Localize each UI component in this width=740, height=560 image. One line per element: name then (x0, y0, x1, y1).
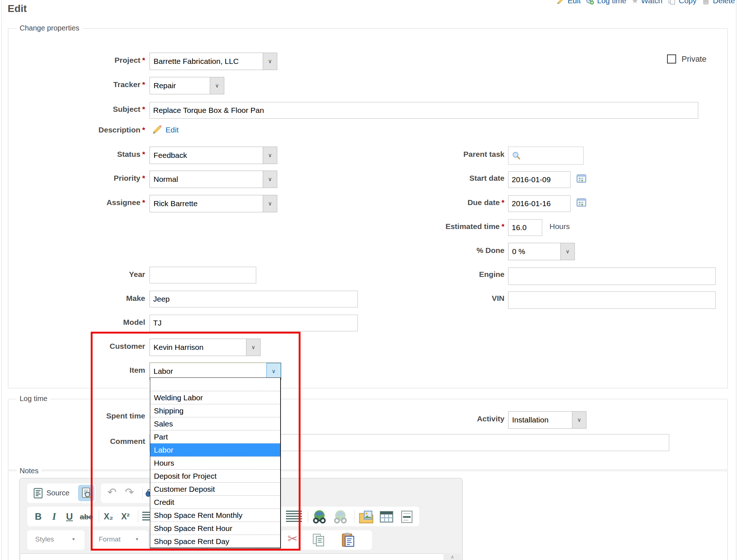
pencil-icon (556, 0, 565, 5)
description-edit-link[interactable]: Edit (165, 126, 179, 134)
undo-icon[interactable]: ↶ (107, 486, 116, 498)
page-title: Edit (8, 3, 27, 15)
start-date-label: Start date (359, 174, 504, 183)
parent-task-input[interactable] (508, 147, 584, 165)
chevron-down-icon[interactable]: ∨ (263, 147, 277, 164)
assignee-label: Assignee* (22, 198, 145, 207)
strikethrough-button[interactable]: abc (80, 512, 93, 521)
model-input[interactable] (150, 315, 358, 331)
year-label: Year (22, 270, 145, 279)
copy-link[interactable]: Copy (667, 0, 696, 5)
bold-button[interactable]: B (35, 511, 42, 522)
subject-input[interactable] (150, 102, 698, 119)
vin-input[interactable] (508, 291, 716, 309)
watch-link[interactable]: ★ Watch (631, 0, 662, 5)
private-checkbox[interactable] (667, 54, 676, 64)
parent-task-label: Parent task (359, 150, 504, 159)
scroll-up-icon[interactable]: ∧ (443, 553, 461, 560)
redo-icon[interactable]: ↷ (125, 486, 134, 498)
engine-input[interactable] (508, 267, 716, 285)
activity-select[interactable]: Installation ∨ (508, 411, 586, 429)
change-properties-legend: Change properties (17, 24, 82, 32)
contextual-toolbar: Edit Log time ★ Watch Copy Delete (556, 0, 735, 6)
item-option-customer-deposit[interactable]: Customer Deposit (150, 483, 280, 496)
item-option-shipping[interactable]: Shipping (150, 404, 280, 417)
italic-button[interactable]: I (52, 511, 56, 522)
item-option-sales[interactable]: Sales (150, 417, 280, 430)
link-icon[interactable] (311, 509, 327, 524)
customer-select-value: Kevin Harrison (150, 339, 246, 356)
estimated-time-label: Estimated time* (359, 222, 504, 231)
item-option-credit[interactable]: Credit (150, 496, 280, 509)
chevron-down-icon[interactable]: ∨ (263, 195, 277, 212)
paste-clipboard-icon[interactable] (340, 532, 356, 547)
tracker-select-value: Repair (150, 77, 210, 94)
required-asterisk: * (500, 198, 504, 207)
edit-link[interactable]: Edit (556, 0, 581, 5)
item-option-part[interactable]: Part (150, 430, 280, 443)
status-select[interactable]: Feedback ∨ (150, 147, 277, 164)
underline-button[interactable]: U (66, 511, 73, 522)
due-date-input[interactable] (508, 195, 571, 212)
item-option-blank[interactable] (150, 378, 280, 391)
chevron-down-icon[interactable]: ∨ (210, 77, 224, 94)
item-option-shop-space-rent-day[interactable]: Shop Space Rent Day (150, 535, 280, 548)
item-option-labor[interactable]: Labor (150, 443, 280, 457)
item-option-shop-space-rent-hour[interactable]: Shop Space Rent Hour (150, 522, 280, 535)
chevron-down-icon[interactable]: ∨ (572, 412, 586, 428)
make-input[interactable] (150, 291, 358, 307)
assignee-select-value: Rick Barrette (150, 195, 263, 212)
chevron-down-icon[interactable]: ∨ (246, 339, 260, 356)
customer-select[interactable]: Kevin Harrison ∨ (150, 339, 261, 356)
percent-done-label: % Done (359, 246, 504, 255)
item-option-deposit-for-project[interactable]: Deposit for Project (150, 470, 280, 483)
chevron-down-icon[interactable]: ∨ (263, 53, 277, 70)
toolbar-divider (308, 510, 308, 523)
chevron-down-icon[interactable]: ∨ (263, 171, 277, 188)
format-combo[interactable]: Format ▾ (91, 530, 148, 550)
activity-select-value: Installation (508, 412, 572, 428)
editor-content-area[interactable] (21, 553, 461, 560)
cut-icon[interactable]: ✂ (287, 531, 298, 546)
make-label: Make (22, 294, 145, 303)
required-asterisk: * (140, 174, 145, 182)
item-option-shop-space-rent-monthly[interactable]: Shop Space Rent Monthly (150, 509, 280, 522)
comment-label: Comment (22, 437, 145, 446)
preview-button[interactable] (78, 485, 94, 501)
year-input[interactable] (150, 267, 256, 283)
spent-time-label: Spent time (22, 412, 145, 420)
percent-done-select[interactable]: 0 % ∨ (508, 243, 575, 260)
required-asterisk: * (140, 126, 145, 134)
subject-label: Subject* (22, 105, 145, 114)
blockquote-icon[interactable] (286, 511, 302, 523)
item-label: Item (22, 366, 145, 375)
calendar-icon[interactable] (576, 173, 586, 183)
insert-image-icon[interactable] (359, 510, 374, 524)
tracker-select[interactable]: Repair ∨ (150, 77, 224, 94)
required-asterisk: * (140, 150, 145, 158)
horizontal-rule-icon[interactable] (399, 510, 414, 524)
project-select[interactable]: Barrette Fabrication, LLC ∨ (150, 53, 277, 70)
source-button[interactable]: Source (46, 489, 69, 497)
copy-document-icon[interactable] (311, 533, 326, 547)
content-left-border (1, 0, 2, 560)
subscript-button[interactable]: X₂ (104, 512, 113, 522)
calendar-icon[interactable] (576, 197, 586, 207)
log-time-link[interactable]: Log time (586, 0, 626, 5)
content-right-border (736, 0, 736, 560)
watch-link-label: Watch (641, 0, 663, 5)
estimated-time-input[interactable] (508, 219, 542, 236)
item-option-hours[interactable]: Hours (150, 457, 280, 470)
insert-table-icon[interactable] (379, 510, 394, 524)
start-date-input[interactable] (508, 171, 571, 188)
chevron-down-icon[interactable]: ∨ (560, 243, 575, 260)
styles-combo[interactable]: Styles ▾ (27, 530, 85, 550)
required-asterisk: * (140, 198, 145, 207)
unlink-icon[interactable] (332, 509, 348, 524)
priority-select[interactable]: Normal ∨ (150, 171, 277, 188)
superscript-button[interactable]: X² (121, 512, 130, 522)
item-option-welding-labor[interactable]: Welding Labor (150, 391, 280, 404)
delete-link[interactable]: Delete (702, 0, 735, 5)
assignee-select[interactable]: Rick Barrette ∨ (150, 195, 277, 212)
percent-done-select-value: 0 % (508, 243, 560, 260)
